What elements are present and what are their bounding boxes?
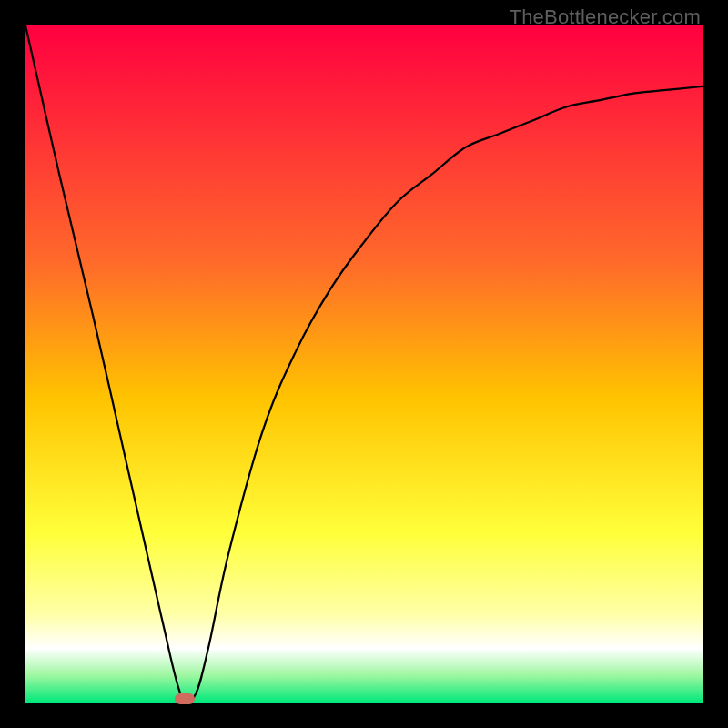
plot-area — [25, 25, 703, 703]
optimal-point-marker — [175, 693, 195, 704]
bottleneck-curve — [25, 25, 703, 703]
